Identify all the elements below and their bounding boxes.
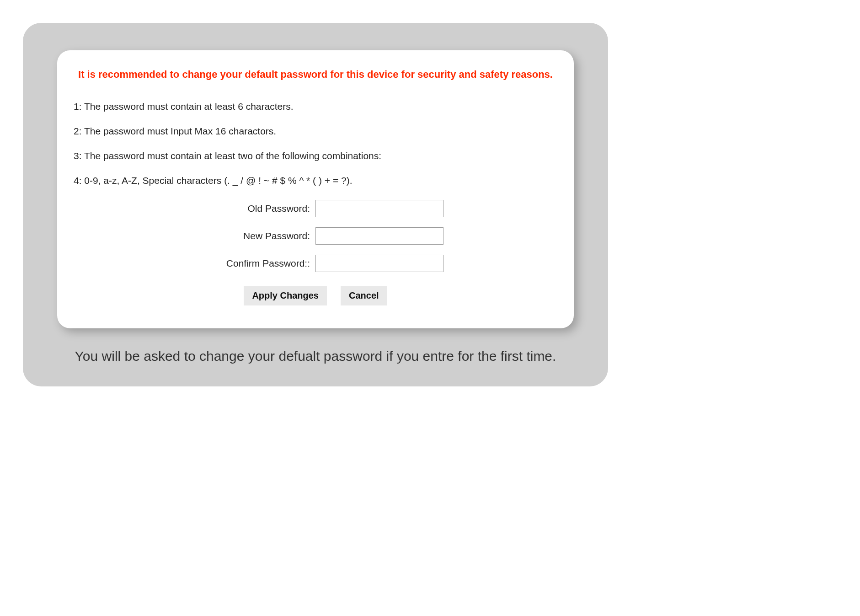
confirm-password-row: Confirm Password:: (71, 255, 560, 272)
password-change-dialog: It is recommended to change your default… (57, 50, 574, 328)
old-password-input[interactable] (315, 200, 443, 217)
outer-panel: It is recommended to change your default… (23, 23, 608, 386)
new-password-input[interactable] (315, 227, 443, 245)
password-form: Old Password: New Password: Confirm Pass… (71, 200, 560, 305)
password-rule-3: 3: The password must contain at least tw… (71, 150, 560, 161)
confirm-password-input[interactable] (315, 255, 443, 272)
security-warning-text: It is recommended to change your default… (71, 69, 560, 80)
old-password-row: Old Password: (71, 200, 560, 217)
button-row: Apply Changes Cancel (71, 286, 560, 305)
confirm-password-label: Confirm Password:: (100, 258, 310, 269)
new-password-row: New Password: (71, 227, 560, 245)
password-rule-1: 1: The password must contain at least 6 … (71, 101, 560, 112)
new-password-label: New Password: (100, 230, 310, 241)
first-time-caption: You will be asked to change your defualt… (57, 347, 574, 366)
cancel-button[interactable]: Cancel (341, 286, 387, 305)
old-password-label: Old Password: (100, 203, 310, 214)
password-rule-2: 2: The password must Input Max 16 charac… (71, 126, 560, 137)
apply-changes-button[interactable]: Apply Changes (244, 286, 327, 305)
password-rule-4: 4: 0-9, a-z, A-Z, Special characters (. … (71, 175, 560, 186)
